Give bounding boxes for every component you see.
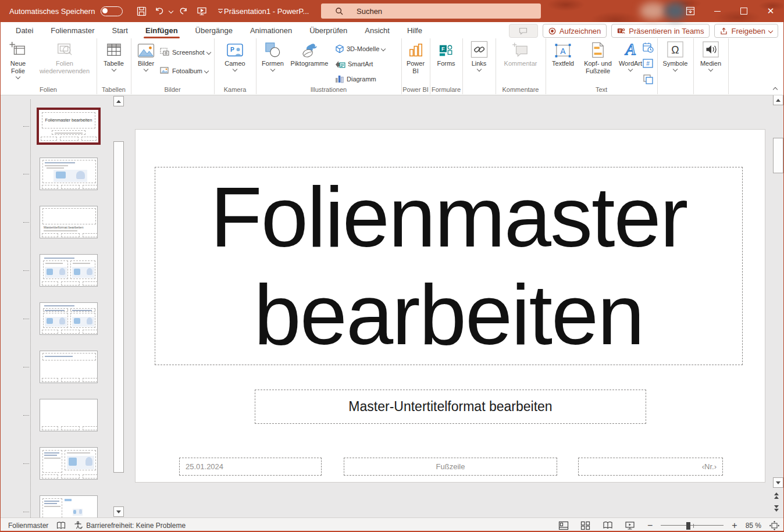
close-icon[interactable]: ✕ [757,0,784,22]
symbols-chevron[interactable] [673,67,678,72]
subtitle-placeholder[interactable]: Master-Untertitelformat bearbeiten [255,390,646,424]
date-time-button[interactable] [642,42,654,53]
thumb-scrollbar-thumb[interactable] [113,141,124,473]
text-box-button[interactable]: A Textfeld [548,41,578,67]
shapes-button[interactable]: Formen [259,41,286,71]
chart-button[interactable]: Diagramm [335,74,376,83]
slide-number-text: ‹Nr.› [702,462,717,471]
new-slide-button[interactable]: Neue Folie [3,41,33,78]
object-button[interactable] [642,73,654,85]
date-placeholder[interactable]: 25.01.2024 [179,458,322,476]
thumbnail-layout-blank[interactable] [40,399,98,431]
main-scrollbar-thumb[interactable] [773,138,783,173]
thumbnail-layout-2[interactable] [40,158,98,190]
power-bi-button[interactable]: Power BI [403,41,428,75]
zoom-slider[interactable] [661,522,724,530]
group-label-formulare: Formulare [430,86,462,93]
forms-button[interactable]: F Forms [434,41,458,67]
photo-album-chevron[interactable] [204,68,209,73]
accessibility-status[interactable]: Barrierefreiheit: Keine Probleme [74,521,186,530]
thumbnail-layout-content-caption[interactable] [40,447,98,480]
screenshot-button[interactable]: Screenshot [160,48,211,56]
tab-einfuegen[interactable]: Einfügen [137,22,187,38]
spellcheck-book-icon[interactable] [56,522,66,530]
search-bar[interactable]: Suchen [321,3,541,19]
reading-view-icon[interactable] [601,519,615,532]
screenshot-chevron[interactable] [206,49,211,54]
thumb-scroll-down[interactable] [113,506,124,517]
save-icon[interactable] [133,3,149,19]
3d-models-button[interactable]: 3D-Modelle [335,44,385,53]
main-scroll-up[interactable] [773,95,783,105]
links-button[interactable]: Links [466,41,491,71]
tab-datei[interactable]: Datei [7,22,42,38]
date-time-icon [642,42,654,53]
record-button[interactable]: Aufzeichnen [543,24,607,38]
tab-hilfe[interactable]: Hilfe [398,22,431,38]
wordart-button[interactable]: A WordArt [618,41,643,71]
ribbon-display-options-icon[interactable] [677,0,704,22]
title-placeholder[interactable]: Folienmaster bearbeiten [155,167,743,365]
fit-to-window-icon[interactable] [769,521,779,530]
footer-placeholder[interactable]: Fußzeile [344,458,557,476]
thumbnail-layout-two-content[interactable] [40,254,98,287]
previous-slide-button[interactable] [774,492,779,499]
thumbnail-layout-comparison[interactable] [40,302,98,335]
cameo-button[interactable]: P Cameo [222,41,248,71]
tab-ueberpruefen[interactable]: Überprüfen [301,22,356,38]
symbols-button[interactable]: Ω Symbole [662,41,689,71]
wordart-chevron[interactable] [628,67,633,72]
slideshow-view-icon[interactable] [623,519,637,532]
slide-number-placeholder[interactable]: ‹Nr.› [578,458,723,476]
start-slideshow-icon[interactable] [194,3,210,19]
normal-view-icon[interactable] [557,519,571,532]
header-footer-button[interactable]: Kopf- und Fußzeile [579,41,616,75]
collapse-ribbon-chevron[interactable] [773,87,778,92]
tab-ansicht[interactable]: Ansicht [356,22,398,38]
tab-start[interactable]: Start [104,22,137,38]
icons-button[interactable]: Piktogramme [286,41,333,67]
share-button[interactable]: Freigeben [714,24,778,38]
tab-animationen[interactable]: Animationen [241,22,301,38]
slide-number-button[interactable]: # [642,58,654,69]
zoom-in-icon[interactable]: + [732,520,737,531]
tab-uebergaenge[interactable]: Übergänge [187,22,241,38]
minimize-icon[interactable] [704,0,730,22]
zoom-level[interactable]: 85 % [746,522,761,530]
next-slide-button[interactable] [774,505,779,512]
slide-canvas[interactable]: Folienmaster bearbeiten Master-Untertite… [135,129,765,483]
statusbar-view-name[interactable]: Folienmaster [8,522,48,530]
thumbnail-slide-master[interactable]: Folienmaster bearbeiten [37,108,101,145]
zoom-out-icon[interactable]: − [647,520,653,531]
cameo-chevron[interactable] [233,67,237,72]
redo-icon[interactable] [175,3,191,19]
present-in-teams-button[interactable]: T Präsentieren in Teams [611,24,710,38]
group-bilder: Bilder Screenshot Fotoalbum Bi [131,38,215,94]
thumbnail-layout-title-only[interactable] [40,351,98,383]
media-button[interactable]: Medien [698,41,724,71]
thumbnail-layout-title[interactable]: Mastertitelformat bearbeiten [40,206,98,238]
maximize-icon[interactable] [730,0,757,22]
main-scroll-down[interactable] [773,477,783,488]
smartart-button[interactable]: SmartArt [335,59,373,68]
autosave-toggle[interactable] [101,6,123,16]
undo-icon[interactable] [152,3,168,19]
autosave-label: Automatisches Speichern [9,7,95,16]
table-button[interactable]: Tabelle [100,41,127,71]
thumbnail-layout-picture-caption[interactable] [40,495,98,517]
new-slide-chevron[interactable] [16,74,20,79]
media-chevron[interactable] [708,67,713,72]
slide-sorter-icon[interactable] [579,519,593,532]
3d-models-chevron[interactable] [381,47,386,51]
share-dropdown-chevron[interactable] [768,28,773,33]
pictures-button[interactable]: Bilder [133,41,159,71]
pictures-chevron[interactable] [144,67,148,72]
tab-folienmaster[interactable]: Folienmaster [42,22,103,38]
thumb-scroll-up[interactable] [113,96,124,106]
zoom-slider-thumb[interactable] [686,522,690,530]
undo-dropdown-chevron[interactable] [169,9,173,13]
photo-album-button[interactable]: Fotoalbum [160,66,208,75]
shapes-chevron[interactable] [270,67,275,72]
table-chevron[interactable] [111,67,116,72]
links-chevron[interactable] [476,67,481,72]
